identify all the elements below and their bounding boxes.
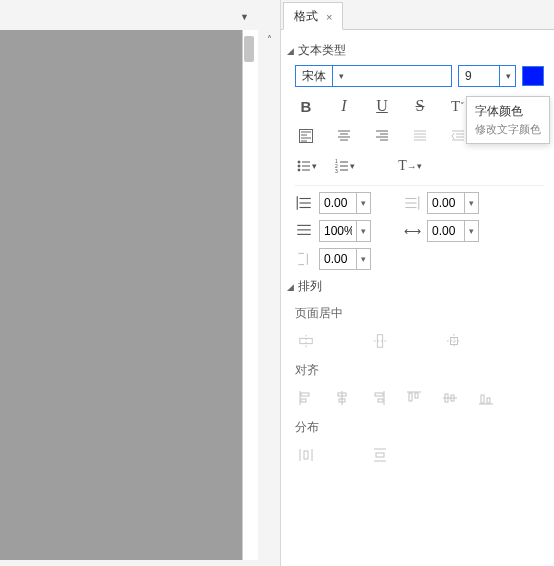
collapse-icon: ◢ <box>287 282 294 292</box>
indent-right-icon <box>403 194 421 212</box>
svg-rect-66 <box>375 393 383 396</box>
scroll-up-arrow[interactable]: ˄ <box>260 34 278 45</box>
align-obj-vcenter-button[interactable] <box>439 387 461 409</box>
align-right-button[interactable] <box>371 125 393 147</box>
para-spacing-icon <box>295 250 313 268</box>
tab-format[interactable]: 格式 × <box>283 2 343 30</box>
distribute-vertical-button[interactable] <box>369 444 391 466</box>
para-spacing-input[interactable]: ▾ <box>319 248 371 270</box>
svg-point-28 <box>298 165 300 167</box>
stepper-icon[interactable]: ▾ <box>356 193 370 213</box>
font-name-value: 宋体 <box>296 68 332 85</box>
svg-point-30 <box>298 169 300 171</box>
bullet-list-button[interactable]: ▾ <box>295 155 317 177</box>
align-center-button[interactable] <box>333 125 355 147</box>
align-left-button[interactable] <box>295 125 317 147</box>
line-spacing-value[interactable] <box>320 224 356 238</box>
svg-rect-69 <box>409 393 412 401</box>
number-list-button[interactable]: 123▾ <box>333 155 355 177</box>
svg-rect-82 <box>376 453 384 457</box>
distribute-horizontal-button[interactable] <box>295 444 317 466</box>
indent-left-input[interactable]: ▾ <box>319 192 371 214</box>
dropdown-icon[interactable]: ▾ <box>499 66 515 86</box>
section-title: 文本类型 <box>298 42 346 59</box>
section-arrange[interactable]: ◢ 排列 <box>287 278 544 295</box>
underline-button[interactable]: U <box>371 95 393 117</box>
stepper-icon[interactable]: ▾ <box>464 221 478 241</box>
indent-right-value[interactable] <box>428 196 464 210</box>
font-color-swatch[interactable] <box>522 66 544 86</box>
svg-rect-61 <box>301 399 306 402</box>
section-title: 排列 <box>298 278 322 295</box>
format-panel: 格式 × ◢ 文本类型 宋体 ▾ 9 ▾ B I U S T˅ T× <box>280 0 554 566</box>
align-obj-left-button[interactable] <box>295 387 317 409</box>
char-spacing-value[interactable] <box>428 224 464 238</box>
font-size-value: 9 <box>459 69 499 83</box>
svg-rect-75 <box>481 395 484 403</box>
char-spacing-icon: ⟷ <box>403 222 421 240</box>
align-justify-button[interactable] <box>409 125 431 147</box>
svg-point-26 <box>298 161 300 163</box>
vertical-ruler <box>242 30 258 560</box>
font-name-combo[interactable]: 宋体 ▾ <box>295 65 452 87</box>
align-obj-right-button[interactable] <box>367 387 389 409</box>
svg-rect-79 <box>304 451 308 459</box>
stepper-icon[interactable]: ▾ <box>356 249 370 269</box>
tab-label: 格式 <box>294 8 318 25</box>
bold-button[interactable]: B <box>295 95 317 117</box>
toolbar-dropdown-icon[interactable]: ▼ <box>240 12 249 22</box>
svg-text:3: 3 <box>335 168 338 174</box>
tooltip-desc: 修改文字颜色 <box>475 122 541 137</box>
svg-rect-67 <box>378 399 383 402</box>
strikethrough-button[interactable]: S <box>409 95 431 117</box>
svg-rect-60 <box>301 393 309 396</box>
align-obj-bottom-button[interactable] <box>475 387 497 409</box>
stepper-icon[interactable]: ▾ <box>356 221 370 241</box>
panel-tab-bar: 格式 × <box>281 0 554 30</box>
document-canvas[interactable] <box>0 30 258 560</box>
indent-left-value[interactable] <box>320 196 356 210</box>
center-page-label: 页面居中 <box>295 305 544 322</box>
line-spacing-input[interactable]: ▾ <box>319 220 371 242</box>
svg-rect-70 <box>415 393 418 398</box>
align-label: 对齐 <box>295 362 544 379</box>
tooltip-title: 字体颜色 <box>475 103 541 120</box>
align-obj-top-button[interactable] <box>403 387 425 409</box>
line-spacing-icon <box>295 222 313 240</box>
section-text-type[interactable]: ◢ 文本类型 <box>287 42 544 59</box>
svg-rect-76 <box>487 398 490 403</box>
distribute-label: 分布 <box>295 419 544 436</box>
italic-button[interactable]: I <box>333 95 355 117</box>
char-spacing-input[interactable]: ▾ <box>427 220 479 242</box>
dropdown-icon[interactable]: ▾ <box>332 66 348 86</box>
center-vertical-button[interactable] <box>369 330 391 352</box>
collapse-icon: ◢ <box>287 46 294 56</box>
text-direction-button[interactable]: T→▾ <box>399 155 421 177</box>
center-horizontal-button[interactable] <box>295 330 317 352</box>
indent-right-input[interactable]: ▾ <box>427 192 479 214</box>
ruler-indicator[interactable] <box>244 36 254 62</box>
align-obj-hcenter-button[interactable] <box>331 387 353 409</box>
font-size-combo[interactable]: 9 ▾ <box>458 65 516 87</box>
indent-left-icon <box>295 194 313 212</box>
close-icon[interactable]: × <box>326 11 332 23</box>
center-both-button[interactable] <box>443 330 465 352</box>
font-color-tooltip: 字体颜色 修改文字颜色 <box>466 96 550 144</box>
stepper-icon[interactable]: ▾ <box>464 193 478 213</box>
para-spacing-value[interactable] <box>320 252 356 266</box>
